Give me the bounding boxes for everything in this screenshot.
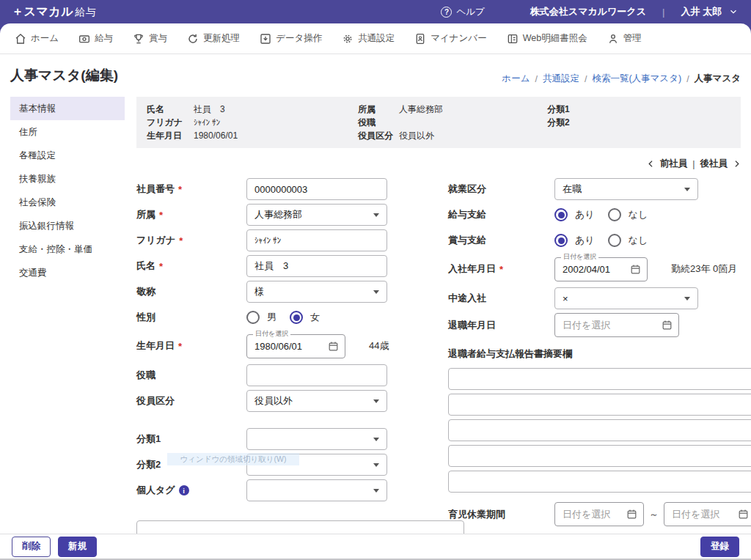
caret-down-icon <box>373 213 379 217</box>
bonus-pay-label: 賞与支給 <box>448 234 554 247</box>
report-remarks-input-1[interactable] <box>448 368 751 390</box>
chevron-right-icon[interactable] <box>733 159 741 169</box>
help-label: ヘルプ <box>456 6 484 18</box>
sidebar-item-basic-info[interactable]: 基本情報 <box>10 97 125 120</box>
officer-select[interactable]: 役員以外 <box>246 390 387 412</box>
required-mark: * <box>179 235 183 246</box>
calendar-icon[interactable] <box>626 509 637 520</box>
sidebar-item-dependents[interactable]: 扶養親族 <box>10 167 125 191</box>
summary-officer-value: 役員以外 <box>399 130 434 141</box>
nav-mynumber[interactable]: マイナンバー <box>414 32 486 45</box>
nav-home[interactable]: ホーム <box>15 32 59 45</box>
breadcrumb-common-settings[interactable]: 共通設定 <box>543 73 579 85</box>
summary-label: 分類2 <box>547 117 594 128</box>
info-icon[interactable] <box>179 485 189 495</box>
user-menu[interactable]: 入井 太郎 <box>681 5 738 18</box>
honorific-select[interactable]: 様 <box>246 281 387 303</box>
class2-label: 分類2 <box>136 458 246 471</box>
new-button[interactable]: 新規 <box>58 537 97 557</box>
emp-no-input[interactable] <box>246 178 387 200</box>
summary-label: フリガナ <box>147 117 194 128</box>
bonus-pay-yes-label: あり <box>575 234 595 247</box>
nav-update[interactable]: 更新処理 <box>187 32 240 45</box>
required-mark: * <box>178 184 182 195</box>
summary-furigana-value: ｼｬｲﾝ ｻﾝ <box>194 117 220 128</box>
gender-female-label: 女 <box>310 311 320 324</box>
sidebar-item-bank-transfer[interactable]: 振込銀行情報 <box>10 214 125 237</box>
calendar-icon[interactable] <box>630 264 641 275</box>
nav-label: Web明細書照会 <box>523 32 587 45</box>
salary-pay-yes-radio[interactable] <box>554 208 568 221</box>
gender-female-radio[interactable] <box>290 311 303 324</box>
statement-icon <box>507 33 519 45</box>
delete-button[interactable]: 削除 <box>12 537 51 557</box>
sidebar-item-commuting[interactable]: 交通費 <box>10 261 125 284</box>
help-button[interactable]: ヘルプ <box>441 6 484 18</box>
birth-date-picker[interactable]: 日付を選択 1980/06/01 <box>246 334 345 358</box>
id-card-icon <box>414 33 426 45</box>
bonus-pay-no-radio[interactable] <box>608 234 621 247</box>
nav-web-statement[interactable]: Web明細書照会 <box>507 32 587 45</box>
company-name: 株式会社スマカルワークス <box>530 5 646 18</box>
breadcrumb-search-list[interactable]: 検索一覧(人事マスタ) <box>592 73 681 85</box>
gender-male-radio[interactable] <box>246 311 260 324</box>
sidebar-item-settings[interactable]: 各種設定 <box>10 144 125 167</box>
bonus-pay-no-label: なし <box>629 234 648 247</box>
breadcrumb-home[interactable]: ホーム <box>502 73 530 85</box>
report-remarks-input-2[interactable] <box>448 394 751 416</box>
calendar-icon[interactable] <box>738 509 749 520</box>
register-button[interactable]: 登録 <box>700 537 739 557</box>
salary-pay-no-radio[interactable] <box>608 208 621 221</box>
report-remarks-input-4[interactable] <box>448 445 751 467</box>
furigana-input[interactable] <box>246 229 387 251</box>
nav-common-settings[interactable]: 共通設定 <box>342 32 395 45</box>
summary-name-value: 社員 3 <box>194 104 225 115</box>
nav-salary[interactable]: 給与 <box>78 32 113 45</box>
childcare-from-date-picker[interactable]: 日付を選択 <box>554 502 644 526</box>
report-remarks-input-3[interactable] <box>448 419 751 441</box>
salary-pay-label: 給与支給 <box>448 208 554 221</box>
class1-select[interactable] <box>246 428 387 450</box>
class2-select[interactable] <box>246 454 387 476</box>
calendar-icon[interactable] <box>328 341 339 352</box>
childcare-from-placeholder: 日付を選択 <box>563 508 610 521</box>
hire-date-picker[interactable]: 日付を選択 2002/04/01 <box>554 257 648 281</box>
prev-employee-link[interactable]: 前社員 <box>660 158 688 170</box>
honorific-select-value: 様 <box>254 285 264 298</box>
salary-pay-radio-group: あり なし <box>554 208 653 221</box>
emp-no-label: 社員番号* <box>136 183 246 196</box>
dept-select[interactable]: 人事総務部 <box>246 204 387 226</box>
caret-down-icon <box>373 438 379 441</box>
name-input[interactable] <box>246 255 387 277</box>
mid-career-select[interactable]: × <box>554 287 698 309</box>
officer-select-value: 役員以外 <box>254 394 293 408</box>
caret-down-icon <box>373 489 379 493</box>
retire-date-picker[interactable]: 日付を選択 <box>554 313 679 337</box>
post-input[interactable] <box>246 364 387 386</box>
retire-date-label: 退職年月日 <box>448 319 554 332</box>
next-employee-link[interactable]: 後社員 <box>700 158 728 170</box>
childcare-to-date-picker[interactable]: 日付を選択 <box>664 502 751 526</box>
app-logo[interactable]: ＋スマカル 給与 <box>12 4 97 20</box>
caret-down-icon <box>373 290 379 294</box>
summary-label: 分類1 <box>547 104 594 115</box>
download-box-icon <box>260 33 271 45</box>
chevron-left-icon[interactable] <box>647 159 655 169</box>
caret-down-icon <box>684 297 690 301</box>
required-mark: * <box>159 261 163 272</box>
bonus-pay-yes-radio[interactable] <box>554 234 568 247</box>
date-range-tilde: ～ <box>649 508 659 521</box>
logo-text-bold: ＋スマカル <box>12 4 73 20</box>
report-remarks-input-5[interactable] <box>448 471 751 493</box>
nav-bonus[interactable]: 賞与 <box>133 32 167 45</box>
personal-tag-select[interactable] <box>246 479 387 501</box>
sidebar-item-payment-deduction-unit[interactable]: 支給・控除・単価 <box>10 237 125 261</box>
calendar-icon[interactable] <box>662 320 673 331</box>
employment-select[interactable]: 在職 <box>554 178 698 200</box>
sidebar-item-social-insurance[interactable]: 社会保険 <box>10 191 125 214</box>
summary-dept-value: 人事総務部 <box>399 104 443 115</box>
nav-data-ops[interactable]: データ操作 <box>260 32 322 45</box>
sidebar-item-address[interactable]: 住所 <box>10 120 125 144</box>
nav-label: 管理 <box>623 32 642 45</box>
nav-admin[interactable]: 管理 <box>607 32 642 45</box>
